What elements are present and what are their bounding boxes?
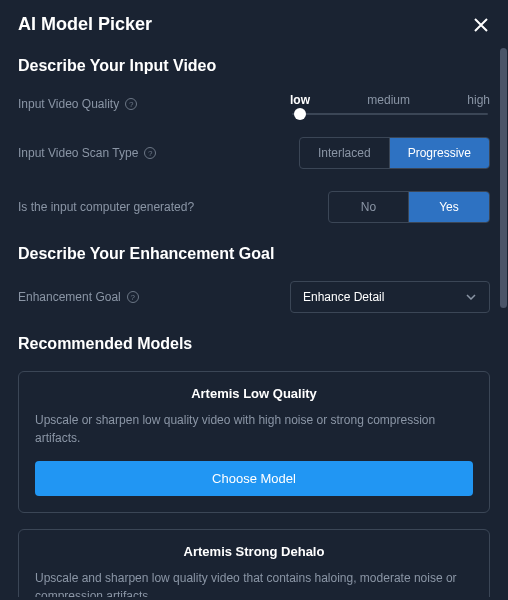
help-icon[interactable]: ? [125, 98, 137, 110]
field-label: Enhancement Goal [18, 290, 121, 304]
model-card: Artemis Low Quality Upscale or sharpen l… [18, 371, 490, 513]
model-desc: Upscale or sharpen low quality video wit… [35, 411, 473, 447]
scan-interlaced-button[interactable]: Interlaced [300, 138, 390, 168]
scrollbar[interactable] [500, 48, 507, 596]
dialog-content: Describe Your Input Video Input Video Qu… [0, 45, 508, 597]
field-label: Input Video Scan Type [18, 146, 138, 160]
model-desc: Upscale and sharpen low quality video th… [35, 569, 473, 597]
label-enhancement-goal: Enhancement Goal ? [18, 290, 139, 304]
chevron-down-icon [465, 291, 477, 303]
help-icon[interactable]: ? [127, 291, 139, 303]
row-computer-generated: Is the input computer generated? No Yes [18, 191, 490, 223]
slider-thumb[interactable] [294, 108, 306, 120]
section-title-goal: Describe Your Enhancement Goal [18, 245, 490, 263]
row-scan-type: Input Video Scan Type ? Interlaced Progr… [18, 137, 490, 169]
computer-generated-toggle: No Yes [328, 191, 490, 223]
quality-slider[interactable]: low medium high [290, 93, 490, 115]
row-enhancement-goal: Enhancement Goal ? Enhance Detail [18, 281, 490, 313]
choose-model-button[interactable]: Choose Model [35, 461, 473, 496]
model-title: Artemis Strong Dehalo [35, 544, 473, 559]
scan-type-toggle: Interlaced Progressive [299, 137, 490, 169]
model-card: Artemis Strong Dehalo Upscale and sharpe… [18, 529, 490, 597]
close-icon[interactable] [472, 16, 490, 34]
tick-high: high [467, 93, 490, 107]
slider-track[interactable] [292, 113, 488, 115]
field-label: Is the input computer generated? [18, 200, 194, 214]
dialog-header: AI Model Picker [0, 0, 508, 45]
model-title: Artemis Low Quality [35, 386, 473, 401]
label-input-quality: Input Video Quality ? [18, 97, 137, 111]
tick-low: low [290, 93, 310, 107]
scrollbar-thumb[interactable] [500, 48, 507, 308]
section-title-input: Describe Your Input Video [18, 57, 490, 75]
label-computer-generated: Is the input computer generated? [18, 200, 194, 214]
cg-yes-button[interactable]: Yes [409, 192, 489, 222]
scan-progressive-button[interactable]: Progressive [390, 138, 489, 168]
help-icon[interactable]: ? [144, 147, 156, 159]
dialog-title: AI Model Picker [18, 14, 152, 35]
enhancement-goal-select[interactable]: Enhance Detail [290, 281, 490, 313]
cg-no-button[interactable]: No [329, 192, 409, 222]
slider-ticks: low medium high [290, 93, 490, 107]
field-label: Input Video Quality [18, 97, 119, 111]
section-title-models: Recommended Models [18, 335, 490, 353]
row-input-quality: Input Video Quality ? low medium high [18, 93, 490, 115]
label-scan-type: Input Video Scan Type ? [18, 146, 156, 160]
select-value: Enhance Detail [303, 290, 384, 304]
tick-medium: medium [367, 93, 410, 107]
